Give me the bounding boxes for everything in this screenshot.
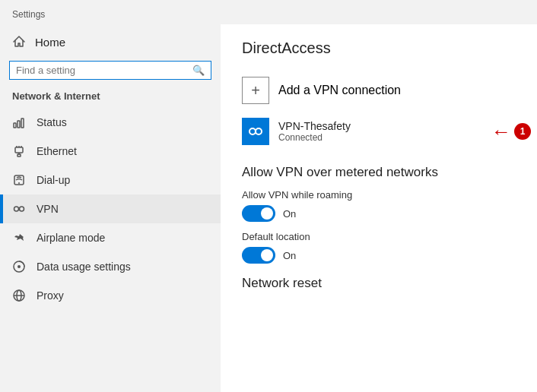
ethernet-icon (12, 144, 26, 158)
sidebar-item-home[interactable]: Home (0, 27, 221, 56)
annotation-arrow: ← 1 (491, 122, 531, 141)
sidebar-item-label: Status (37, 116, 67, 128)
dialup-icon (12, 173, 26, 187)
add-vpn-row[interactable]: + Add a VPN connection (242, 69, 516, 112)
sidebar-item-ethernet[interactable]: Ethernet (0, 137, 221, 166)
red-arrow-icon: ← (491, 122, 511, 141)
toggle-default-control: On (242, 247, 516, 264)
plus-icon: + (251, 82, 260, 100)
vpn-connection-row[interactable]: VPN-Thesafety Connected (242, 112, 516, 151)
add-vpn-button[interactable]: + (242, 77, 269, 104)
vpn-icon (12, 202, 26, 216)
toggle-roaming-label: Allow VPN while roaming (242, 189, 516, 201)
vpn-connection-status: Connected (278, 132, 351, 143)
vpn-connection-name: VPN-Thesafety (278, 120, 351, 132)
sidebar-item-airplane[interactable]: Airplane mode (0, 223, 221, 252)
sidebar-item-label: Ethernet (37, 145, 77, 157)
datausage-icon (12, 260, 26, 273)
title-bar-label: Settings (12, 9, 45, 20)
toggle-default-switch[interactable] (242, 247, 275, 264)
annotation-badge: 1 (514, 123, 531, 140)
sidebar-item-label: Data usage settings (37, 261, 131, 273)
sidebar-item-proxy[interactable]: Proxy (0, 281, 221, 310)
svg-rect-3 (15, 147, 23, 153)
sidebar-item-datausage[interactable]: Data usage settings (0, 252, 221, 281)
sidebar-item-label: VPN (37, 203, 59, 215)
vpn-connection-container: VPN-Thesafety Connected ← 1 (242, 112, 516, 151)
toggle-default-state: On (283, 250, 296, 261)
svg-point-11 (14, 207, 19, 211)
sidebar-home-label: Home (35, 36, 65, 49)
search-icon: 🔍 (192, 65, 205, 76)
search-box[interactable]: 🔍 (9, 61, 211, 80)
sidebar-item-dialup[interactable]: Dial-up (0, 166, 221, 194)
toggle-roaming-row: Allow VPN while roaming On (242, 189, 516, 222)
home-icon (12, 35, 26, 49)
toggle-default-row: Default location On (242, 231, 516, 264)
svg-point-20 (256, 128, 262, 134)
directaccess-title: DirectAccess (242, 40, 516, 57)
search-input[interactable] (16, 65, 192, 76)
svg-point-15 (17, 265, 21, 268)
sidebar-item-label: Dial-up (37, 174, 70, 186)
sidebar-item-vpn[interactable]: VPN (0, 194, 221, 223)
toggle-roaming-switch[interactable] (242, 205, 275, 222)
add-vpn-label: Add a VPN connection (278, 84, 401, 97)
content-panel: DirectAccess + Add a VPN connection VPN- (221, 24, 537, 392)
vpn-connection-info: VPN-Thesafety Connected (278, 120, 351, 143)
proxy-icon (12, 289, 26, 302)
allow-vpn-title: Allow VPN over metered networks (242, 165, 516, 180)
sidebar-item-status[interactable]: Status (0, 108, 221, 137)
svg-rect-8 (17, 154, 21, 156)
toggle-default-label: Default location (242, 231, 516, 242)
svg-point-10 (18, 182, 20, 184)
svg-point-12 (20, 207, 24, 211)
sidebar-item-label: Airplane mode (37, 232, 105, 244)
sidebar: Home 🔍 Network & Internet Status (0, 24, 221, 392)
svg-rect-1 (17, 121, 20, 128)
sidebar-section-label: Network & Internet (0, 87, 221, 108)
toggle-roaming-control: On (242, 205, 516, 222)
vpn-connection-icon (242, 118, 269, 145)
title-bar: Settings (0, 0, 537, 24)
sidebar-item-label: Proxy (37, 289, 64, 302)
svg-rect-2 (21, 119, 24, 128)
network-reset-title: Network reset (242, 276, 516, 291)
svg-rect-0 (14, 123, 16, 128)
toggle-roaming-state: On (283, 208, 296, 220)
svg-point-19 (249, 128, 256, 134)
airplane-icon (12, 231, 26, 245)
status-icon (12, 115, 26, 129)
